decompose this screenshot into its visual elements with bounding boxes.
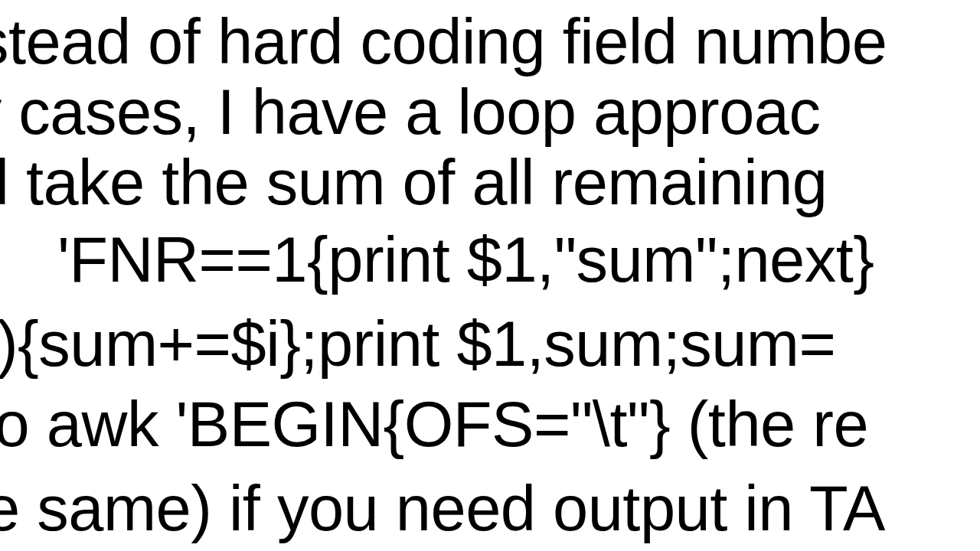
text-line-6: to awk 'BEGIN{OFS="\t"} (the re xyxy=(0,390,868,459)
document-text-block: stead of hard coding field numbe ny case… xyxy=(0,0,980,551)
text-line-1: stead of hard coding field numbe xyxy=(0,8,887,77)
text-line-5: ++){sum+=$i};print $1,sum;sum= xyxy=(0,310,835,379)
text-line-4: 'FNR==1{print $1,"sum";next} xyxy=(57,226,874,295)
text-line-2: ny cases, I have a loop approac xyxy=(0,78,820,147)
text-line-3: nd take the sum of all remaining xyxy=(0,148,827,217)
text-line-7: e same) if you need output in TA xyxy=(0,474,885,543)
